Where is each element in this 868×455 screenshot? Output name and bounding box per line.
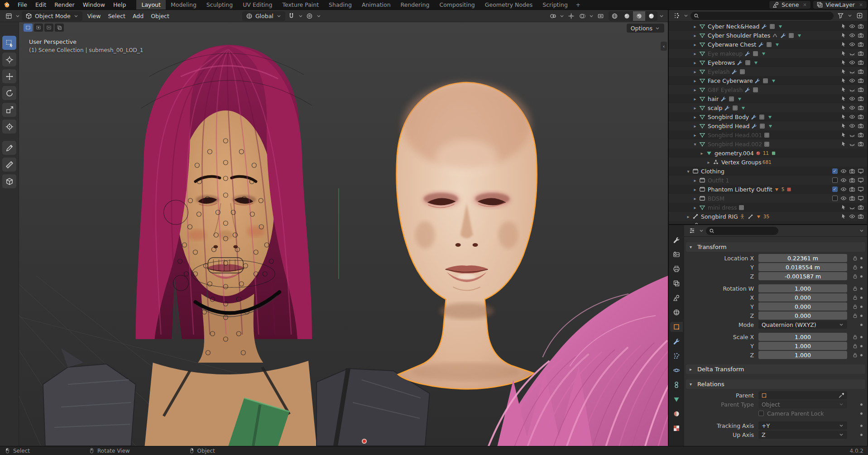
expand-arrow[interactable]: ▸ xyxy=(692,133,698,138)
x-field[interactable]: 0.000 xyxy=(758,293,847,302)
expand-arrow[interactable]: ▾ xyxy=(685,169,691,174)
outliner-row-eyebrows[interactable]: ▸Eyebrows xyxy=(669,58,867,67)
lock-icon[interactable] xyxy=(852,352,858,358)
add-workspace-button[interactable]: + xyxy=(573,0,584,10)
section-relations[interactable]: ▾Relations xyxy=(686,379,865,389)
viewlayer-selector[interactable]: ViewLayer xyxy=(813,1,867,9)
selectable-toggle[interactable] xyxy=(839,23,848,29)
selectable-toggle[interactable] xyxy=(839,68,848,75)
workspace-tab-compositing[interactable]: Compositing xyxy=(434,0,480,10)
lock-icon[interactable] xyxy=(852,286,858,292)
outliner-row-songbird-body[interactable]: ▸Songbird Body xyxy=(669,112,867,121)
workspace-tab-modeling[interactable]: Modeling xyxy=(166,0,201,10)
outliner-row-songbird-head-002[interactable]: ▾Songbird Head.002 xyxy=(669,139,867,148)
editor-type-caret-icon[interactable] xyxy=(15,13,20,19)
expand-arrow[interactable]: ▸ xyxy=(685,214,691,219)
disable-render-toggle[interactable] xyxy=(856,204,865,211)
properties-tab-scene[interactable] xyxy=(670,293,683,303)
workspace-tab-rendering[interactable]: Rendering xyxy=(396,0,435,10)
up-axis-dropdown[interactable]: Z xyxy=(758,431,847,439)
hide-screen-toggle[interactable] xyxy=(856,177,865,183)
animate-dot[interactable] xyxy=(860,345,863,347)
tracking-axis-dropdown[interactable]: +Y xyxy=(758,421,847,430)
expand-arrow[interactable]: ▸ xyxy=(692,51,698,56)
menu-help[interactable]: Help xyxy=(109,0,130,10)
outliner-item-label[interactable]: Phantom Liberty Outfit xyxy=(708,186,772,193)
expand-arrow[interactable]: ▸ xyxy=(705,160,712,165)
selectable-toggle[interactable] xyxy=(839,86,848,93)
outliner-row-g8f-eyelash[interactable]: ▸G8F Eyelash xyxy=(669,85,867,94)
properties-tab-constraints[interactable] xyxy=(670,380,683,390)
animate-dot[interactable] xyxy=(860,275,863,278)
workspace-tab-texture-paint[interactable]: Texture Paint xyxy=(277,0,324,10)
hide-viewport-toggle[interactable] xyxy=(839,177,848,183)
exclude-checkbox[interactable] xyxy=(830,196,839,201)
hide-viewport-toggle[interactable] xyxy=(848,68,856,75)
disable-render-toggle[interactable] xyxy=(848,195,856,201)
expand-arrow[interactable]: ▸ xyxy=(699,151,705,156)
outliner-row-bdsm[interactable]: ▸BDSM xyxy=(669,194,867,203)
selectable-toggle[interactable] xyxy=(839,141,848,147)
properties-tab-physics[interactable] xyxy=(670,365,683,375)
properties-tab-texture[interactable] xyxy=(670,423,683,433)
expand-arrow[interactable]: ▸ xyxy=(692,187,698,192)
expand-arrow[interactable]: ▸ xyxy=(692,24,698,29)
outliner-row-cyber-neck-head[interactable]: ▸Cyber Neck&Head xyxy=(669,22,867,31)
y-field[interactable]: 0.018554 m xyxy=(758,263,847,271)
expand-arrow[interactable]: ▸ xyxy=(692,205,698,210)
xray-toggle[interactable] xyxy=(595,11,605,21)
hide-screen-toggle[interactable] xyxy=(856,168,865,174)
eyedropper-icon[interactable] xyxy=(839,393,844,398)
outliner-row-eyelash[interactable]: ▸Eyelash xyxy=(669,67,867,76)
rotation-w-field[interactable]: 1.000 xyxy=(758,284,847,292)
selectable-toggle[interactable] xyxy=(839,32,848,38)
outliner-row-cyberware-chest[interactable]: ▸Cyberware Chest xyxy=(669,40,867,49)
disable-render-toggle[interactable] xyxy=(848,177,856,183)
tool-select-box[interactable] xyxy=(2,36,16,50)
visibility-toggle[interactable] xyxy=(548,11,558,21)
properties-options-caret-icon[interactable] xyxy=(859,227,864,234)
animate-dot[interactable] xyxy=(860,266,863,268)
outliner-row-songbird-rig[interactable]: ▸Songbird RIG35 xyxy=(669,212,867,221)
lock-icon[interactable] xyxy=(852,334,858,340)
overlays-caret-icon[interactable] xyxy=(589,13,594,19)
workspace-tab-animation[interactable]: Animation xyxy=(357,0,396,10)
shading-caret-icon[interactable] xyxy=(659,13,664,19)
outliner-item-label[interactable]: Songbird Head.001 xyxy=(708,132,762,139)
outliner-item-label[interactable]: hair xyxy=(708,96,719,102)
show-overlays-toggle[interactable] xyxy=(577,11,587,21)
outliner-search-input[interactable] xyxy=(691,12,834,20)
outliner-row-face-cyberware[interactable]: ▸Face Cyberware xyxy=(669,76,867,85)
outliner-item-label[interactable]: scalp xyxy=(708,105,722,111)
outliner-item-label[interactable]: mini dress xyxy=(708,204,737,211)
selectable-toggle[interactable] xyxy=(839,96,848,102)
y-field[interactable]: 0.000 xyxy=(758,302,847,311)
workspace-tab-sculpting[interactable]: Sculpting xyxy=(201,0,238,10)
lock-icon[interactable] xyxy=(852,264,858,270)
outliner-item-label[interactable]: Eye makeup xyxy=(708,50,743,57)
workspace-tab-layout[interactable]: Layout xyxy=(136,0,166,10)
parent-field[interactable] xyxy=(758,391,847,399)
lock-icon[interactable] xyxy=(852,304,858,310)
outliner-item-label[interactable]: Outfit 1 xyxy=(708,177,729,184)
animate-dot[interactable] xyxy=(860,257,863,259)
properties-tab-modifiers[interactable] xyxy=(670,336,683,346)
section-transform[interactable]: ▾Transform xyxy=(686,242,865,252)
menu-render[interactable]: Render xyxy=(50,0,79,10)
lock-icon[interactable] xyxy=(852,343,858,349)
expand-arrow[interactable]: ▸ xyxy=(692,42,698,47)
select-mode-intersect-button[interactable] xyxy=(55,24,64,32)
proportional-edit-toggle[interactable] xyxy=(305,11,315,21)
lock-icon[interactable] xyxy=(852,255,858,261)
outliner-item-label[interactable]: Songbird Head xyxy=(708,123,749,129)
properties-tab-particles[interactable] xyxy=(670,351,683,361)
outliner-row-cyber-shoulder-plates[interactable]: ▸Cyber Shoulder Plates xyxy=(669,31,867,40)
properties-tab-view-layer[interactable] xyxy=(670,278,683,288)
outliner-item-label[interactable]: G8F Eyelash xyxy=(708,86,743,93)
outliner-row-eye-makeup[interactable]: ▸Eye makeup xyxy=(669,49,867,58)
outliner-row-songbird-head[interactable]: ▸Songbird Head xyxy=(669,121,867,130)
selectable-toggle[interactable] xyxy=(839,50,848,57)
viewport-menu-select[interactable]: Select xyxy=(104,13,129,19)
disable-render-toggle[interactable] xyxy=(856,132,865,138)
disable-render-toggle[interactable] xyxy=(856,32,865,38)
